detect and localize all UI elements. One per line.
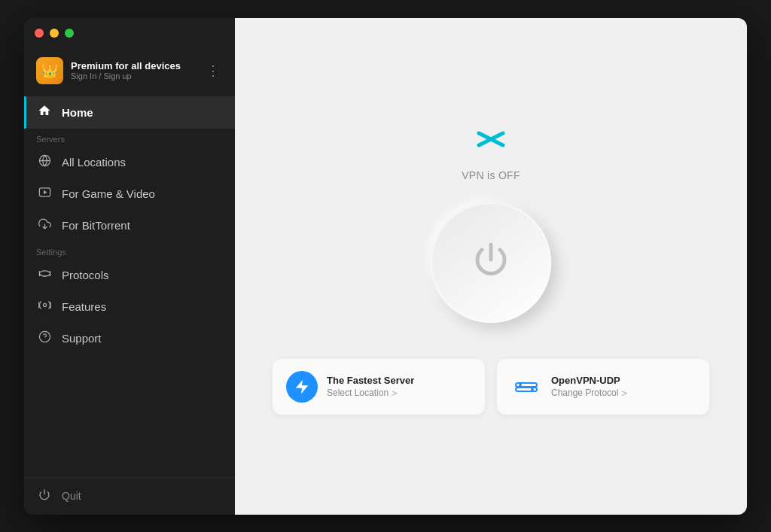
crown-icon: 👑 <box>41 62 58 79</box>
sidebar-item-features[interactable]: Features <box>24 291 235 323</box>
svg-point-17 <box>519 383 522 386</box>
sidebar-item-features-label: Features <box>62 300 106 313</box>
quit-button[interactable]: Quit <box>24 477 235 515</box>
titlebar <box>24 18 235 48</box>
quit-label: Quit <box>62 490 81 502</box>
protocol-card-subtitle: Change Protocol > <box>551 388 696 399</box>
sidebar-item-all-locations[interactable]: All Locations <box>24 147 235 178</box>
svg-point-18 <box>531 388 534 391</box>
close-button[interactable] <box>35 29 44 38</box>
location-card-title: The Fastest Server <box>327 375 471 386</box>
premium-badge: 👑 <box>36 57 63 84</box>
location-chevron-icon: > <box>392 388 398 399</box>
sidebar-item-support-label: Support <box>62 332 102 345</box>
location-card[interactable]: The Fastest Server Select Location > <box>273 359 485 415</box>
quit-icon <box>36 488 53 504</box>
bittorrent-icon <box>36 217 53 234</box>
sidebar-item-all-locations-label: All Locations <box>62 156 126 169</box>
maximize-button[interactable] <box>65 29 74 38</box>
svg-point-9 <box>39 331 50 342</box>
sidebar-item-game-video-label: For Game & Video <box>62 187 155 200</box>
support-icon <box>36 330 53 347</box>
user-subtitle: Sign In / Sign up <box>71 71 196 81</box>
sidebar-item-protocols[interactable]: Protocols <box>24 260 235 291</box>
power-button-container <box>431 202 551 323</box>
game-video-icon <box>36 186 53 202</box>
globe-icon <box>36 154 53 171</box>
protocol-card-title: OpenVPN-UDP <box>551 375 696 386</box>
vpn-logo <box>470 118 512 163</box>
user-info: Premium for all devices Sign In / Sign u… <box>71 60 196 81</box>
user-title: Premium for all devices <box>71 60 196 71</box>
protocols-icon <box>36 267 53 284</box>
protocol-card-icon <box>510 371 542 403</box>
user-section: 👑 Premium for all devices Sign In / Sign… <box>24 48 235 96</box>
location-card-icon <box>286 371 318 403</box>
bottom-cards: The Fastest Server Select Location > <box>273 359 709 415</box>
protocol-card[interactable]: OpenVPN-UDP Change Protocol > <box>497 359 709 415</box>
sidebar-item-protocols-label: Protocols <box>62 269 109 281</box>
sidebar-item-game-video[interactable]: For Game & Video <box>24 178 235 210</box>
sidebar-item-support[interactable]: Support <box>24 323 235 354</box>
home-icon <box>36 104 53 121</box>
sidebar-item-bittorrent[interactable]: For BitTorrent <box>24 210 235 242</box>
location-card-text: The Fastest Server Select Location > <box>327 375 471 399</box>
more-button[interactable]: ⋮ <box>203 59 223 82</box>
features-icon <box>36 299 53 315</box>
sidebar-item-home[interactable]: Home <box>24 96 235 129</box>
power-button[interactable] <box>431 202 551 323</box>
app-window: 👑 Premium for all devices Sign In / Sign… <box>24 18 747 515</box>
main-content: VPN is OFF <box>235 18 747 515</box>
settings-section-label: Settings <box>24 242 235 260</box>
power-icon <box>468 237 513 288</box>
servers-section-label: Servers <box>24 129 235 147</box>
minimize-button[interactable] <box>50 29 59 38</box>
svg-marker-14 <box>296 379 309 393</box>
protocol-chevron-icon: > <box>621 388 627 399</box>
location-card-subtitle: Select Location > <box>327 388 471 399</box>
vpn-status: VPN is OFF <box>462 169 520 181</box>
sidebar: 👑 Premium for all devices Sign In / Sign… <box>24 18 235 515</box>
svg-marker-3 <box>44 190 47 194</box>
sidebar-item-bittorrent-label: For BitTorrent <box>62 219 130 232</box>
sidebar-item-home-label: Home <box>62 106 93 119</box>
protocol-card-text: OpenVPN-UDP Change Protocol > <box>551 375 696 399</box>
svg-point-8 <box>43 303 46 306</box>
